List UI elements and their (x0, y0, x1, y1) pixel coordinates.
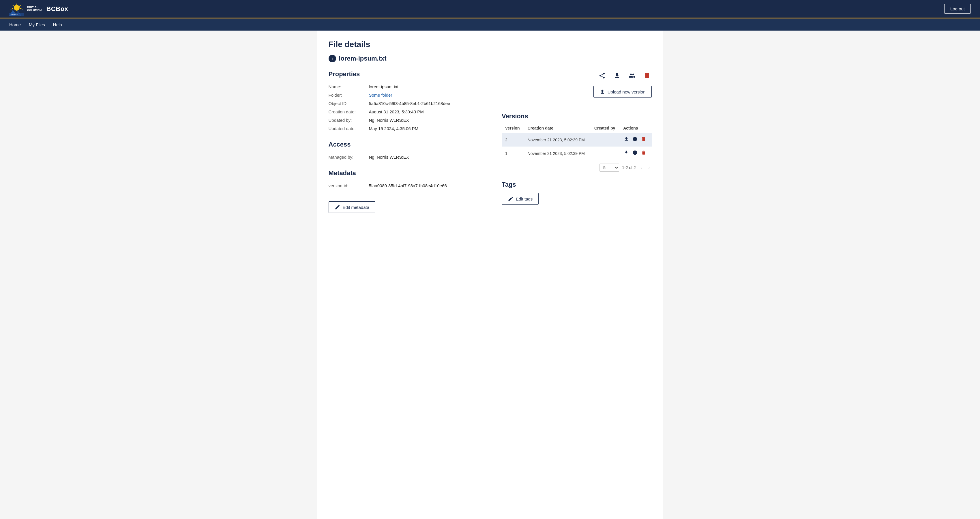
version-number-2: 2 (502, 133, 524, 147)
app-header: BRITISH BRITISH COLUMBIA BCBox Log out (0, 0, 980, 19)
version-2-download-icon (624, 137, 629, 142)
version-1-delete-button[interactable] (640, 150, 647, 157)
share-icon (599, 72, 606, 79)
edit-tags-button[interactable]: Edit tags (502, 193, 539, 205)
row-actions-1 (623, 150, 648, 157)
nav-my-files[interactable]: My Files (29, 21, 45, 28)
version-2-download-button[interactable] (623, 136, 630, 144)
version-1-info-button[interactable] (632, 150, 638, 157)
versions-table-header: Version Creation date Created by Actions (502, 124, 652, 133)
versions-table: Version Creation date Created by Actions… (502, 124, 652, 160)
edit-tags-label: Edit tags (516, 196, 533, 201)
versions-heading: Versions (502, 113, 652, 120)
row-actions-2 (623, 136, 648, 144)
prop-folder: Folder: Some folder (329, 91, 479, 99)
logout-button[interactable]: Log out (944, 4, 971, 14)
bc-gov-logo: BRITISH (9, 2, 24, 16)
metadata-table: version-id: 5faa0089-35fd-4bf7-98a7-fb08… (329, 181, 479, 190)
main-nav: Home My Files Help (0, 19, 980, 30)
version-row-2: 2 November 21 2023, 5:02:39 PM (502, 133, 652, 147)
prop-updated-by-label: Updated by: (329, 116, 369, 124)
version-2-delete-button[interactable] (640, 136, 647, 144)
nav-help[interactable]: Help (53, 21, 62, 28)
prop-name-label: Name: (329, 83, 369, 91)
access-managed-by: Managed by: Ng, Norris WLRS:EX (329, 153, 479, 161)
upload-version-label: Upload new version (608, 89, 646, 94)
svg-text:BRITISH: BRITISH (11, 14, 18, 16)
prop-updated-by-value: Ng, Norris WLRS:EX (369, 116, 479, 124)
pagination-next-button[interactable]: › (646, 164, 651, 171)
upload-icon (600, 89, 605, 95)
action-icons-row (502, 70, 652, 80)
share-button[interactable] (597, 70, 607, 80)
version-2-trash-icon (641, 137, 646, 142)
edit-metadata-button[interactable]: Edit metadata (329, 201, 375, 213)
edit-tags-icon (508, 196, 514, 202)
version-row-1: 1 November 21 2023, 5:02:39 PM (502, 146, 652, 160)
tags-heading: Tags (502, 181, 652, 188)
properties-table: Name: lorem-ipsum.txt Folder: Some folde… (329, 83, 479, 133)
prop-folder-value: Some folder (369, 91, 479, 99)
page-size-select[interactable]: 5 10 25 50 (600, 164, 619, 172)
version-created-by-2 (591, 133, 620, 147)
download-button[interactable] (612, 70, 622, 80)
prop-name: Name: lorem-ipsum.txt (329, 83, 479, 91)
bc-gov-text: BRITISH COLUMBIA (27, 6, 42, 12)
manage-access-button[interactable] (627, 70, 637, 80)
prop-folder-label: Folder: (329, 91, 369, 99)
page-title: File details (329, 40, 652, 49)
access-managed-by-value: Ng, Norris WLRS:EX (369, 153, 479, 161)
version-1-trash-icon (641, 150, 646, 155)
properties-heading: Properties (329, 70, 479, 78)
file-name-row: i lorem-ipsum.txt (329, 55, 652, 62)
delete-button[interactable] (643, 70, 652, 80)
trash-icon (644, 72, 651, 79)
folder-link[interactable]: Some folder (369, 92, 392, 97)
prop-name-value: lorem-ipsum.txt (369, 83, 479, 91)
page-info: 1-2 of 2 (622, 165, 636, 170)
nav-home[interactable]: Home (9, 21, 21, 28)
version-2-info-icon (632, 137, 638, 142)
version-1-info-icon (632, 150, 638, 155)
upload-version-button[interactable]: Upload new version (593, 86, 652, 97)
edit-metadata-label: Edit metadata (343, 205, 369, 210)
version-date-2: November 21 2023, 5:02:39 PM (524, 133, 591, 147)
prop-updated-date: Updated date: May 15 2024, 4:35:06 PM (329, 124, 479, 133)
pagination-prev-button[interactable]: ‹ (639, 164, 644, 171)
version-1-download-icon (624, 150, 629, 155)
prop-updated-date-value: May 15 2024, 4:35:06 PM (369, 124, 479, 133)
metadata-version-id: version-id: 5faa0089-35fd-4bf7-98a7-fb08… (329, 181, 479, 190)
col-version: Version (502, 124, 524, 133)
pagination: 5 10 25 50 1-2 of 2 ‹ › (502, 164, 652, 172)
prop-creation-date-label: Creation date: (329, 108, 369, 116)
app-title: BCBox (46, 5, 68, 13)
right-column: Upload new version Versions Version Crea… (490, 70, 652, 213)
prop-updated-date-label: Updated date: (329, 124, 369, 133)
col-creation-date: Creation date (524, 124, 591, 133)
left-column: Properties Name: lorem-ipsum.txt Folder:… (329, 70, 490, 213)
metadata-version-id-label: version-id: (329, 181, 369, 190)
header-left: BRITISH BRITISH COLUMBIA BCBox (9, 2, 68, 16)
two-col-layout: Properties Name: lorem-ipsum.txt Folder:… (329, 70, 652, 213)
access-heading: Access (329, 141, 479, 148)
page-content: File details i lorem-ipsum.txt Propertie… (317, 30, 663, 519)
prop-object-id: Object ID: 5a5a810c-59f3-4b85-8eb1-2b61b… (329, 99, 479, 108)
version-2-info-button[interactable] (632, 136, 638, 144)
chevron-left-icon: ‹ (640, 165, 642, 170)
prop-creation-date: Creation date: August 31 2023, 5:30:43 P… (329, 108, 479, 116)
metadata-version-id-value: 5faa0089-35fd-4bf7-98a7-fb08e4d10e66 (369, 181, 479, 190)
col-actions: Actions (620, 124, 651, 133)
prop-object-id-value: 5a5a810c-59f3-4b85-8eb1-2b61b2168dee (369, 99, 479, 108)
version-created-by-1 (591, 146, 620, 160)
file-info-icon: i (329, 55, 336, 62)
version-1-download-button[interactable] (623, 150, 630, 157)
edit-metadata-icon (335, 204, 340, 210)
access-managed-by-label: Managed by: (329, 153, 369, 161)
download-icon (614, 72, 620, 79)
access-table: Managed by: Ng, Norris WLRS:EX (329, 153, 479, 161)
prop-creation-date-value: August 31 2023, 5:30:43 PM (369, 108, 479, 116)
version-actions-2 (620, 133, 651, 147)
chevron-right-icon: › (648, 165, 650, 170)
users-icon (628, 72, 636, 79)
version-number-1: 1 (502, 146, 524, 160)
